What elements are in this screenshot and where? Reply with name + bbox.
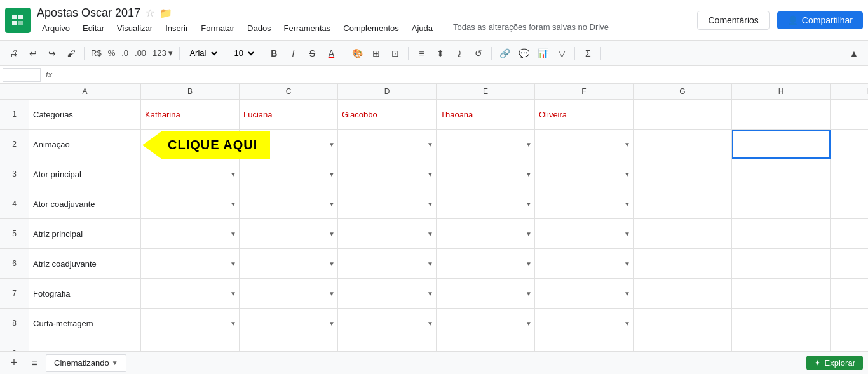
dropdown-d3[interactable]: ▼ — [427, 171, 433, 178]
merge-btn[interactable]: ⊡ — [386, 44, 404, 62]
cell-a3[interactable]: Ator principal — [29, 159, 141, 189]
cell-i2[interactable] — [831, 130, 868, 159]
cell-e4[interactable]: ▼ — [437, 189, 535, 218]
col-header-b[interactable]: B — [141, 84, 240, 99]
menu-formatar[interactable]: Formatar — [196, 22, 240, 34]
cell-c8[interactable]: ▼ — [240, 309, 338, 338]
menu-editar[interactable]: Editar — [78, 22, 109, 34]
row-num-2[interactable]: 2 — [0, 130, 29, 159]
cell-e1[interactable]: Thaoana — [437, 100, 535, 129]
undo-btn[interactable]: ↩ — [24, 44, 42, 62]
print-btn[interactable]: 🖨 — [5, 44, 23, 62]
rotate-btn[interactable]: ↺ — [470, 44, 487, 62]
cell-b7[interactable]: ▼ — [141, 279, 240, 308]
sigma-btn[interactable]: Σ — [579, 44, 597, 62]
dropdown-f2[interactable]: ▼ — [624, 141, 630, 148]
cell-b8[interactable]: ▼ — [141, 309, 240, 338]
menu-complementos[interactable]: Complementos — [338, 22, 403, 34]
decimal-dec-btn[interactable]: .0 — [119, 48, 131, 58]
cell-h8[interactable] — [732, 309, 831, 338]
redo-btn[interactable]: ↪ — [43, 44, 61, 62]
font-family-select[interactable]: Arial — [184, 45, 220, 62]
cell-d1[interactable]: Giacobbo — [338, 100, 437, 129]
dropdown-f4[interactable]: ▼ — [624, 201, 630, 208]
dropdown-e5[interactable]: ▼ — [526, 230, 532, 237]
cell-b3[interactable]: ▼ — [141, 159, 240, 189]
dropdown-f6[interactable]: ▼ — [624, 260, 630, 267]
cell-b5[interactable]: ▼ — [141, 219, 240, 248]
dropdown-b7[interactable]: ▼ — [230, 290, 236, 297]
cell-b6[interactable]: ▼ — [141, 249, 240, 278]
cell-f5[interactable]: ▼ — [535, 219, 634, 248]
cell-d8[interactable]: ▼ — [338, 309, 437, 338]
cell-f4[interactable]: ▼ — [535, 189, 634, 218]
dropdown-f8[interactable]: ▼ — [624, 320, 630, 327]
dropdown-e2[interactable]: ▼ — [526, 141, 532, 148]
folder-icon[interactable]: 📁 — [159, 7, 172, 19]
cell-i5[interactable] — [831, 219, 868, 248]
cell-c3[interactable]: ▼ — [240, 159, 338, 189]
cell-i7[interactable] — [831, 279, 868, 308]
cell-f8[interactable]: ▼ — [535, 309, 634, 338]
dropdown-c6[interactable]: ▼ — [329, 260, 335, 267]
dropdown-e4[interactable]: ▼ — [526, 201, 532, 208]
cell-i4[interactable] — [831, 189, 868, 218]
row-num-3[interactable]: 3 — [0, 159, 29, 189]
cell-i3[interactable] — [831, 159, 868, 189]
cell-d5[interactable]: ▼ — [338, 219, 437, 248]
currency-btn[interactable]: R$ — [88, 48, 104, 58]
row-num-1[interactable]: 1 — [0, 100, 29, 129]
explore-button[interactable]: ✦ Explorar — [806, 356, 863, 370]
font-size-select[interactable]: 10 — [228, 45, 257, 62]
menu-inserir[interactable]: Inserir — [160, 22, 193, 34]
dropdown-b8[interactable]: ▼ — [230, 320, 236, 327]
cell-a1[interactable]: Categorias — [29, 100, 141, 129]
col-header-d[interactable]: D — [338, 84, 437, 99]
cell-f2[interactable]: ▼ — [535, 130, 634, 159]
cell-h3[interactable] — [732, 159, 831, 189]
dropdown-f7[interactable]: ▼ — [624, 290, 630, 297]
cell-f1[interactable]: Oliveira — [535, 100, 634, 129]
dropdown-b4[interactable]: ▼ — [230, 201, 236, 208]
add-sheet-button[interactable]: + — [5, 354, 23, 372]
col-header-i[interactable]: I — [831, 84, 868, 99]
dropdown-c5[interactable]: ▼ — [329, 230, 335, 237]
cell-i6[interactable] — [831, 249, 868, 278]
cell-c5[interactable]: ▼ — [240, 219, 338, 248]
dropdown-d7[interactable]: ▼ — [427, 290, 433, 297]
decimal-inc-btn[interactable]: .00 — [132, 48, 149, 58]
dropdown-b5[interactable]: ▼ — [230, 230, 236, 237]
col-header-a[interactable]: A — [29, 84, 141, 99]
fill-color-btn[interactable]: 🎨 — [348, 44, 366, 62]
cell-e6[interactable]: ▼ — [437, 249, 535, 278]
menu-visualizar[interactable]: Visualizar — [112, 22, 158, 34]
paint-format-btn[interactable]: 🖌 — [62, 44, 80, 62]
menu-dados[interactable]: Dados — [242, 22, 276, 34]
cell-c6[interactable]: ▼ — [240, 249, 338, 278]
col-header-c[interactable]: C — [240, 84, 338, 99]
cell-d4[interactable]: ▼ — [338, 189, 437, 218]
row-num-4[interactable]: 4 — [0, 189, 29, 218]
toolbar-collapse-btn[interactable]: ▲ — [845, 44, 863, 62]
wrap-btn[interactable]: ⤸ — [451, 44, 468, 62]
dropdown-e8[interactable]: ▼ — [526, 320, 532, 327]
dropdown-d2[interactable]: ▼ — [427, 141, 433, 148]
dropdown-f5[interactable]: ▼ — [624, 230, 630, 237]
dropdown-e6[interactable]: ▼ — [526, 260, 532, 267]
dropdown-b6[interactable]: ▼ — [230, 260, 236, 267]
cell-h4[interactable] — [732, 189, 831, 218]
dropdown-e7[interactable]: ▼ — [526, 290, 532, 297]
row-num-6[interactable]: 6 — [0, 249, 29, 278]
row-num-8[interactable]: 8 — [0, 309, 29, 338]
cell-a5[interactable]: Atriz principal — [29, 219, 141, 248]
cell-a2[interactable]: Animação — [29, 130, 141, 159]
cell-e2[interactable]: ▼ — [437, 130, 535, 159]
cell-f6[interactable]: ▼ — [535, 249, 634, 278]
dropdown-b2[interactable]: ▼ — [230, 141, 236, 148]
star-icon[interactable]: ☆ — [146, 7, 154, 19]
cell-reference-input[interactable] — [3, 68, 41, 82]
dropdown-c4[interactable]: ▼ — [329, 201, 335, 208]
cell-g8[interactable] — [634, 309, 732, 338]
cell-f3[interactable]: ▼ — [535, 159, 634, 189]
cell-g4[interactable] — [634, 189, 732, 218]
